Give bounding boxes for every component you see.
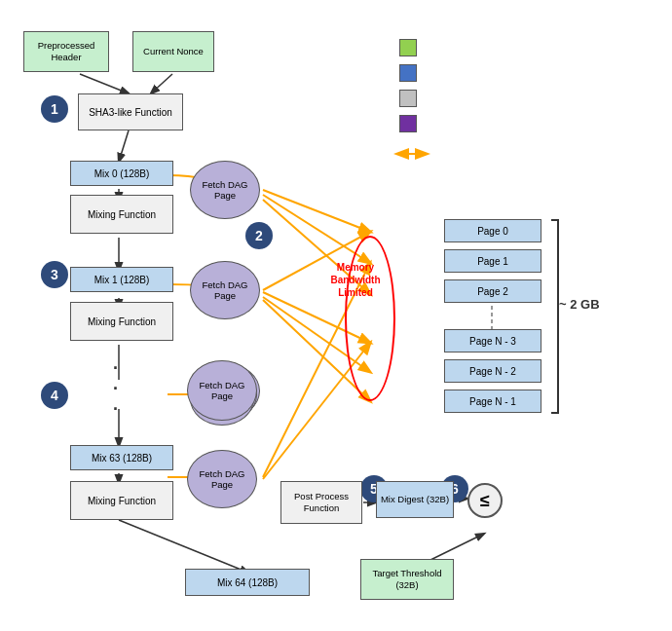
mix-digest-box: Mix Digest (32B) xyxy=(376,481,454,518)
step-3-circle: 3 xyxy=(41,261,68,288)
target-threshold-box: Target Threshold (32B) xyxy=(360,559,454,600)
diagram: Preprocessed Header Current Nonce 1 SHA3… xyxy=(0,0,672,631)
mix63-box: Mix 63 (128B) xyxy=(70,445,173,470)
preprocessed-header-box: Preprocessed Header xyxy=(23,31,109,72)
size-bracket xyxy=(551,219,559,414)
fetch-dag-1-circle: Fetch DAG Page xyxy=(190,161,260,219)
size-label: ~ 2 GB xyxy=(559,297,600,312)
fetch-dag-2-circle: Fetch DAG Page xyxy=(190,261,260,319)
pageN1-box: Page N - 1 xyxy=(444,390,541,413)
current-nonce-box: Current Nonce xyxy=(132,31,214,72)
mix64-box: Mix 64 (128B) xyxy=(185,569,310,596)
page2-box: Page 2 xyxy=(444,279,541,303)
pageN2-box: Page N - 2 xyxy=(444,359,541,383)
dots-indicator: ··· xyxy=(113,358,118,420)
step-2-circle: 2 xyxy=(245,222,273,249)
legend-blue xyxy=(399,64,417,82)
svg-line-10 xyxy=(263,190,370,232)
svg-line-22 xyxy=(429,534,484,561)
fetch-dag-4-circle: Fetch DAG Page xyxy=(187,450,257,508)
le-symbol: ≤ xyxy=(467,483,503,518)
svg-line-1 xyxy=(151,74,172,93)
mixing-function-3-box: Mixing Function xyxy=(70,481,173,520)
mix1-box: Mix 1 (128B) xyxy=(70,267,173,292)
svg-line-0 xyxy=(80,74,129,93)
legend-gray xyxy=(399,90,417,107)
step-1-circle: 1 xyxy=(41,95,68,123)
mixing-function-1-box: Mixing Function xyxy=(70,195,173,234)
step-4-circle: 4 xyxy=(41,382,68,409)
fetch-dag-3-circle: Fetch DAG Page xyxy=(187,360,257,421)
svg-line-2 xyxy=(119,130,129,162)
mixing-function-2-box: Mixing Function xyxy=(70,302,173,341)
page0-box: Page 0 xyxy=(444,219,541,242)
legend-green xyxy=(399,39,417,56)
svg-line-9 xyxy=(119,520,248,573)
legend-purple xyxy=(399,115,417,132)
page1-box: Page 1 xyxy=(444,249,541,273)
post-process-box: Post Process Function xyxy=(280,481,362,524)
memory-label: Memory Bandwidth Limited xyxy=(321,261,390,299)
sha3-box: SHA3-like Function xyxy=(78,93,183,130)
pageN3-box: Page N - 3 xyxy=(444,329,541,353)
mix0-box: Mix 0 (128B) xyxy=(70,161,173,186)
